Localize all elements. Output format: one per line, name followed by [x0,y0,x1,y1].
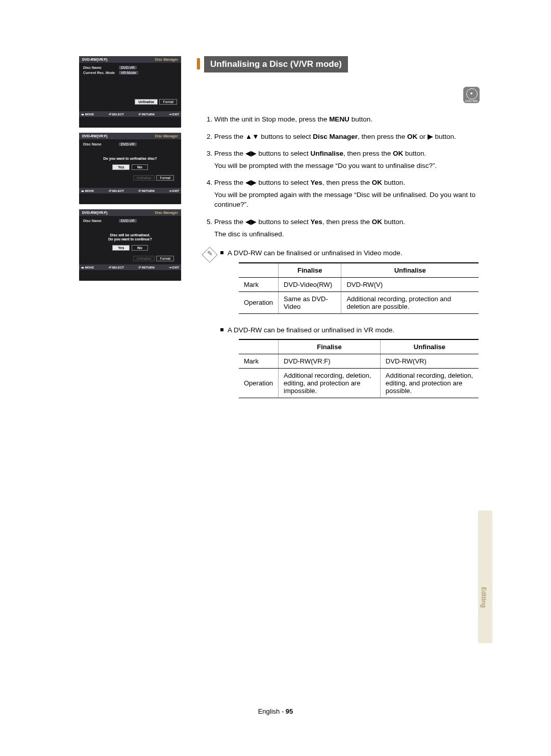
cell: Operation [239,369,279,398]
cell: DVD-Video(RW) [279,277,341,291]
cell: Mark [239,354,279,369]
th-unfinalise: Unfinalise [341,263,479,278]
th-blank [239,263,279,278]
side-tab-editing: Editing [478,510,492,643]
step-item: Press the ◀▶ buttons to select Yes, then… [214,178,480,210]
osd-panel: DVD-RW(VR:F)Disc ManagerDisc NameDVD-VRC… [79,56,181,128]
section-heading: Unfinalising a Disc (V/VR mode) [204,56,480,72]
th-finalise: Finalise [279,263,341,278]
step-item: Press the ◀▶ buttons to select Unfinalis… [214,149,480,170]
th-finalise: Finalise [279,339,381,354]
step-item: Press the ▲▼ buttons to select Disc Mana… [214,132,480,142]
th-unfinalise: Unfinalise [380,339,479,354]
disc-rw-icon: DVD-RW [463,87,480,103]
cell: Operation [239,291,279,313]
th-blank [239,339,279,354]
note-icon [202,247,217,263]
osd-panel: DVD-RW(VR:F)Disc ManagerDisc NameDVD-VRD… [79,209,181,281]
cell: Additional recording, deletion, editing,… [279,369,381,398]
section-title: Unfinalising a Disc (V/VR mode) [204,56,348,72]
cell: DVD-RW(VR:F) [279,354,381,369]
cell: Same as DVD-Video [279,291,341,313]
step-item: With the unit in Stop mode, press the ME… [214,114,480,125]
disc-icon-row: DVD-RW [204,87,480,105]
osd-panel: DVD-RW(VR:F)Disc ManagerDisc NameDVD-VRD… [79,133,181,204]
video-mode-table: Finalise Unfinalise Mark DVD-Video(RW) D… [239,262,479,314]
cell: Additional recording, deletion, editing,… [380,369,479,398]
note-bullet: A DVD-RW can be finalised or unfinalised… [220,325,480,335]
cell: DVD-RW(VR) [380,354,479,369]
vr-mode-table: Finalise Unfinalise Mark DVD-RW(VR:F) DV… [239,339,479,398]
step-item: Press the ◀▶ buttons to select Yes, then… [214,217,480,239]
cell: DVD-RW(V) [341,277,479,291]
steps-list: With the unit in Stop mode, press the ME… [204,114,480,239]
accent-bar [197,58,200,69]
note-bullet: A DVD-RW can be finalised or unfinalised… [220,248,480,258]
osd-column: DVD-RW(VR:F)Disc ManagerDisc NameDVD-VRC… [79,56,181,286]
page-footer: English - 95 [0,708,551,715]
note-block: A DVD-RW can be finalised or unfinalised… [204,248,480,409]
cell: Additional recording, protection and del… [341,291,479,313]
cell: Mark [239,277,279,291]
content-column: Unfinalising a Disc (V/VR mode) DVD-RW W… [204,56,480,409]
